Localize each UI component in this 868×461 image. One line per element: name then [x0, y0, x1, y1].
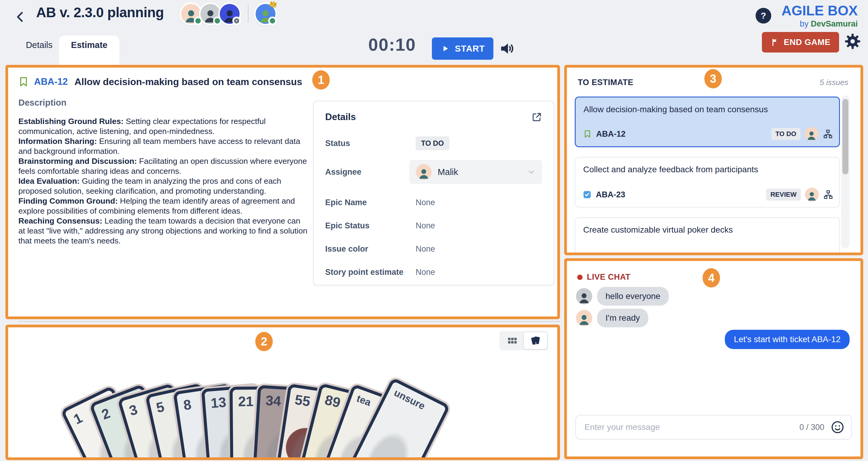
live-chat-heading: LIVE CHAT	[587, 272, 630, 282]
panel-divider	[18, 321, 560, 322]
description-heading: Description	[19, 98, 67, 108]
chat-bubble-outgoing: Let's start with ticket ABA-12	[725, 330, 849, 349]
person-icon	[417, 167, 430, 180]
chat-message: I'm ready	[576, 309, 648, 327]
issue-list: Allow decision-making based on team cons…	[575, 96, 840, 255]
live-dot	[577, 275, 583, 280]
issue-description: Establishing Ground Rules: Setting clear…	[19, 116, 308, 246]
detail-row-epic-name: Epic Name None	[325, 198, 542, 207]
speaker-icon	[499, 40, 515, 57]
person-icon	[806, 190, 818, 202]
chat-input[interactable]: Enter your message 0 / 300	[575, 415, 852, 439]
issue-status-badge: REVIEW	[766, 189, 801, 201]
annotation-badge-3: 3	[704, 69, 722, 88]
person-icon	[577, 312, 591, 326]
deck-view-toggle	[499, 331, 548, 350]
flag-icon	[771, 38, 780, 47]
story-bookmark-icon	[583, 129, 592, 139]
away-status-dot	[232, 17, 241, 25]
issue-card-aba-12[interactable]: Allow decision-making based on team cons…	[575, 96, 840, 147]
detail-row-status: Status TO DO	[325, 136, 542, 150]
timer-value: 00:10	[368, 34, 416, 55]
detail-row-issue-color: Issue color None	[325, 244, 542, 254]
to-estimate-panel: TO ESTIMATE 5 issues Allow decision-maki…	[564, 65, 863, 255]
fan-view-button[interactable]	[524, 332, 547, 349]
issue-assignee-avatar	[805, 127, 818, 141]
scrollbar-thumb[interactable]	[842, 99, 848, 174]
back-button[interactable]	[13, 10, 28, 24]
avatar[interactable]	[218, 2, 241, 25]
end-game-label: END GAME	[784, 37, 831, 47]
page-title: AB v. 2.3.0 planning	[36, 4, 164, 21]
hierarchy-icon[interactable]	[823, 129, 833, 139]
sound-button[interactable]	[499, 40, 515, 57]
to-estimate-heading: TO ESTIMATE	[578, 78, 633, 87]
annotation-badge-2: 2	[255, 332, 273, 351]
chat-message: hello everyone	[576, 287, 669, 306]
live-chat-panel: LIVE CHAT hello everyone I'm ready Let's…	[564, 258, 863, 459]
chat-bubble: hello everyone	[597, 287, 669, 306]
assignee-name: Malik	[438, 167, 458, 177]
char-counter: 0 / 300	[799, 423, 824, 432]
avatar-host[interactable]	[254, 2, 277, 25]
assignee-avatar	[416, 164, 432, 180]
logo-by-prefix: by	[800, 19, 809, 28]
issue-title: Allow decision-making based on team cons…	[74, 76, 302, 87]
story-bookmark-icon	[18, 76, 29, 88]
issue-status-badge: TO DO	[771, 128, 801, 140]
external-link-icon[interactable]	[531, 112, 542, 122]
annotation-badge-4: 4	[703, 268, 720, 288]
details-card: Details Status TO DO Assignee Malik Epic…	[313, 101, 554, 285]
help-button[interactable]: ?	[755, 8, 771, 24]
issue-assignee-avatar	[805, 188, 819, 202]
end-game-button[interactable]: END GAME	[762, 32, 839, 53]
cards-fan-icon	[530, 335, 541, 346]
details-card-heading: Details	[325, 112, 356, 122]
person-icon	[577, 291, 591, 305]
emoji-icon[interactable]	[830, 420, 845, 434]
issue-card-cut[interactable]: Create customizable virtual poker decks	[575, 217, 840, 255]
grid-view-button[interactable]	[501, 332, 524, 349]
chat-avatar	[576, 288, 592, 305]
chat-avatar	[576, 310, 592, 326]
logo-title: AGILE BOX	[781, 2, 858, 19]
person-icon	[806, 129, 817, 141]
grid-icon	[507, 335, 518, 346]
detail-row-story-point: Story point estimate None	[325, 268, 542, 277]
chat-bubble: I'm ready	[597, 309, 648, 327]
gear-icon	[844, 33, 861, 50]
app-logo: AGILE BOX by DevSamurai	[781, 2, 858, 29]
avatar-divider	[248, 4, 249, 23]
start-button-label: START	[455, 44, 485, 54]
online-status-dot	[268, 17, 277, 25]
start-button[interactable]: START	[432, 37, 493, 60]
detail-row-assignee: Assignee Malik	[325, 160, 542, 184]
issue-count: 5 issues	[820, 78, 848, 87]
annotation-badge-1: 1	[312, 70, 330, 90]
hierarchy-icon[interactable]	[823, 190, 833, 200]
logo-by-brand: DevSamurai	[811, 19, 858, 28]
participant-avatars[interactable]	[180, 2, 277, 25]
tab-details[interactable]: Details	[18, 40, 60, 50]
issue-key-link[interactable]: ABA-12	[34, 76, 68, 87]
poker-card-fan: 1 2 3 5 8 13 21 34 55 89 tea unsure	[107, 356, 439, 460]
task-check-icon	[583, 190, 592, 200]
assignee-dropdown[interactable]: Malik	[409, 160, 542, 184]
scrollbar-track[interactable]	[841, 95, 849, 248]
issue-detail-panel: ABA-12 Allow decision-making based on te…	[5, 65, 560, 319]
tab-estimate[interactable]: Estimate	[59, 40, 119, 50]
chevron-left-icon	[13, 10, 28, 24]
detail-row-epic-status: Epic Status None	[325, 221, 542, 231]
status-badge[interactable]: TO DO	[415, 136, 450, 150]
settings-button[interactable]	[844, 33, 861, 50]
chevron-down-icon	[527, 167, 536, 177]
issue-card-aba-23[interactable]: Collect and analyze feedback from partic…	[575, 157, 840, 208]
play-icon	[440, 44, 450, 53]
card-deck-panel: 1 2 3 5 8 13 21 34 55 89 tea unsure	[5, 325, 560, 460]
chat-input-placeholder: Enter your message	[584, 422, 793, 432]
